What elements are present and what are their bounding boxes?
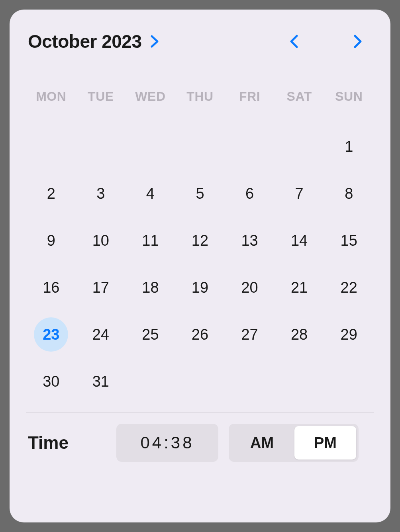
day-cell[interactable]: 4 (125, 170, 175, 217)
day-cell[interactable]: 13 (225, 217, 275, 264)
day-empty (125, 123, 175, 170)
day-cell[interactable]: 8 (324, 170, 374, 217)
time-value-button[interactable]: 04:38 (116, 424, 218, 462)
day-cell[interactable]: 5 (175, 170, 225, 217)
day-cell[interactable]: 16 (26, 264, 76, 311)
day-cell[interactable]: 7 (275, 170, 324, 217)
day-cell[interactable]: 30 (26, 358, 76, 405)
calendar-grid: 1234567891011121314151617181920212223242… (26, 123, 374, 405)
day-cell[interactable]: 21 (275, 264, 324, 311)
day-empty (26, 123, 76, 170)
time-row: Time 04:38 AM PM (26, 424, 374, 462)
pm-button[interactable]: PM (294, 426, 356, 460)
weekday-label: SAT (275, 89, 324, 104)
day-empty (225, 123, 275, 170)
day-cell[interactable]: 23 (26, 311, 76, 358)
time-label: Time (26, 433, 106, 453)
day-cell[interactable]: 1 (324, 123, 374, 170)
month-year-label[interactable]: October 2023 (28, 31, 141, 52)
weekday-label: FRI (225, 89, 275, 104)
day-cell[interactable]: 2 (26, 170, 76, 217)
day-cell[interactable]: 6 (225, 170, 275, 217)
weekday-label: TUE (76, 89, 126, 104)
weekday-header-row: MON TUE WED THU FRI SAT SUN (26, 89, 374, 104)
day-cell[interactable]: 3 (76, 170, 126, 217)
day-cell[interactable]: 17 (76, 264, 126, 311)
prev-month-button[interactable] (278, 29, 310, 53)
ampm-toggle: AM PM (229, 424, 359, 462)
day-cell[interactable]: 19 (175, 264, 225, 311)
next-month-button[interactable] (342, 29, 374, 53)
divider (26, 412, 374, 413)
weekday-label: MON (26, 89, 76, 104)
day-cell[interactable]: 28 (275, 311, 324, 358)
day-cell[interactable]: 26 (175, 311, 225, 358)
day-cell[interactable]: 29 (324, 311, 374, 358)
day-cell[interactable]: 9 (26, 217, 76, 264)
day-cell[interactable]: 18 (125, 264, 175, 311)
weekday-label: WED (125, 89, 175, 104)
calendar-header: October 2023 (26, 29, 374, 53)
day-cell[interactable]: 10 (76, 217, 126, 264)
day-empty (275, 123, 324, 170)
day-cell[interactable]: 14 (275, 217, 324, 264)
day-cell[interactable]: 20 (225, 264, 275, 311)
am-button[interactable]: AM (231, 426, 293, 460)
weekday-label: THU (175, 89, 225, 104)
datetime-picker: October 2023 MON TUE WED THU FRI SAT SUN… (10, 10, 390, 522)
day-cell[interactable]: 27 (225, 311, 275, 358)
month-dropdown-icon[interactable] (149, 34, 160, 49)
weekday-label: SUN (324, 89, 374, 104)
day-cell[interactable]: 24 (76, 311, 126, 358)
day-cell[interactable]: 12 (175, 217, 225, 264)
day-empty (76, 123, 126, 170)
day-empty (175, 123, 225, 170)
day-cell[interactable]: 15 (324, 217, 374, 264)
day-cell[interactable]: 11 (125, 217, 175, 264)
day-cell[interactable]: 25 (125, 311, 175, 358)
day-cell[interactable]: 31 (76, 358, 126, 405)
day-cell[interactable]: 22 (324, 264, 374, 311)
